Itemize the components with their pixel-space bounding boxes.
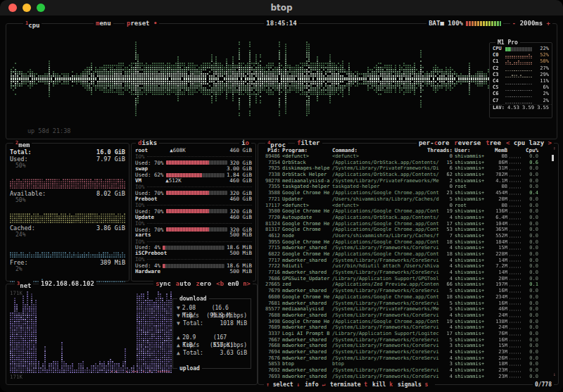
process-row[interactable]: 7689mdworker_shared/System/Library/Frame… [262, 324, 548, 331]
process-pid: 81317 [262, 227, 280, 233]
process-pid: 7686 [262, 276, 280, 282]
interval-plus-button[interactable]: + [547, 20, 550, 27]
process-row[interactable]: 7693mdworker_shared/System/Library/Frame… [262, 374, 548, 380]
process-row[interactable]: 6680Google Chrome He/Applications/Google… [262, 294, 548, 301]
zoom-button[interactable] [37, 4, 45, 12]
footer-info[interactable]: info ↵ [305, 381, 325, 388]
process-row[interactable]: 7355taskgated-helpertaskgated-helper0roo… [262, 184, 548, 190]
close-button[interactable] [8, 4, 17, 12]
net-toggle-zero[interactable]: zero [196, 280, 217, 287]
footer-kill[interactable]: kill k [372, 381, 393, 388]
proc-option-reverse[interactable]: reverse [454, 139, 486, 146]
disks-box-title[interactable]: disks [136, 139, 159, 147]
process-pid: 17117 [262, 203, 280, 209]
process-program: mdworker_shared [282, 367, 330, 374]
proc-filter-button[interactable]: filter [295, 139, 322, 147]
process-row[interactable]: 7338OrbStack Helper/Applications/OrbStac… [262, 172, 548, 178]
scroll-down-icon[interactable]: ↓ [553, 372, 556, 377]
process-row[interactable]: 7692mdworker_shared/System/Library/Frame… [262, 367, 548, 374]
process-user: shivammis+ [455, 221, 486, 227]
process-row[interactable]: 7688mdworker_shared/System/Library/Frame… [262, 312, 548, 319]
process-row[interactable]: 7722hdiutil/usr/bin/hdiutil attach /User… [262, 263, 548, 270]
process-row[interactable]: 3498Google Chrome He/Applications/Google… [262, 319, 548, 325]
process-mem: 14M [488, 270, 507, 276]
process-row[interactable]: 7721Updater/Users/shivammishra/Library/C… [262, 196, 548, 203]
process-row[interactable]: 7686GPGSuite_Updater/Library/Application… [262, 276, 548, 282]
process-row[interactable]: 81317Google Chrome/Applications/Google C… [262, 227, 548, 233]
proc-option-percore[interactable]: per-core [419, 139, 454, 146]
core-label: C1 [493, 58, 505, 65]
process-row[interactable]: 3955Google Chrome He/Applications/Google… [262, 239, 548, 246]
process-row[interactable]: 7679mdworker_shared/System/Library/Frame… [262, 288, 548, 294]
process-mem: 184M [488, 239, 507, 246]
footer-signals[interactable]: signals s [398, 381, 428, 388]
proc-sort-selector[interactable]: < cpu lazy > [506, 139, 552, 146]
process-row[interactable]: 27665zed/Applications/Zed Preview.app/Co… [262, 282, 548, 288]
process-cpu: 0.0 [524, 324, 538, 331]
process-row[interactable]: 7716mdworker_shared/System/Library/Frame… [262, 270, 548, 276]
disk-size: 460 GiB [229, 178, 252, 184]
header-user[interactable]: User: [455, 147, 471, 153]
process-row[interactable]: 7925diskimages-helpe/System/Library/Priv… [262, 165, 548, 172]
process-row[interactable]: 85577mediaanalysisd/System/Library/Priva… [262, 306, 548, 312]
process-row[interactable]: 7676mdworker_shared/System/Library/Frame… [262, 355, 548, 362]
header-command[interactable]: Command: [332, 147, 358, 153]
interval-minus-button[interactable]: - [512, 20, 516, 27]
net-toggle-auto[interactable]: auto [176, 280, 196, 287]
process-row[interactable]: 17117<defunct><defunct>0root0B0.0 [262, 203, 548, 209]
process-row[interactable]: 7694mdworker_shared/System/Library/Frame… [262, 349, 548, 355]
process-user: shivammis+ [455, 196, 486, 203]
process-row[interactable]: 7354OrbStack/Applications/OrbStack.app/C… [262, 160, 548, 166]
footer-select[interactable]: ↑ select ↓ [266, 381, 300, 388]
cpu-box-title[interactable]: 1cpu [23, 20, 42, 27]
process-row[interactable]: 5853btopbtop3shivammis+18M0.0 [262, 361, 548, 367]
header-mem[interactable]: MemB [474, 147, 507, 153]
proc-option-tree[interactable]: tree [486, 139, 506, 146]
process-row[interactable]: 4612node/Users/shivammishra/Library/Cach… [262, 233, 548, 239]
core-usage-graph [505, 91, 532, 97]
process-row[interactable]: 81324Google Chrome He/Applications/Googl… [262, 221, 548, 227]
process-row[interactable]: 3337Logi AI Prompt B/Library/Application… [262, 331, 548, 337]
process-row[interactable]: 3588Google Chrome He/Applications/Google… [262, 190, 548, 196]
label: uto [179, 280, 191, 287]
menu-button[interactable]: menu [94, 20, 113, 27]
disk-used-fill [163, 264, 165, 268]
scrollbar-thumb[interactable] [552, 155, 554, 161]
process-program: btop [282, 361, 330, 367]
process-row[interactable]: 98278mediaanalysisd-a/System/Library/Pri… [262, 178, 548, 184]
label: select [273, 381, 293, 388]
process-row[interactable]: 7681mdworker_shared/System/Library/Frame… [262, 301, 548, 307]
process-command: /System/Library/Frameworks/CoreServi [332, 349, 439, 355]
process-pid: 7692 [262, 367, 280, 374]
process-pid: 7338 [262, 172, 280, 178]
preset-button[interactable]: preset • [125, 20, 159, 27]
minimize-button[interactable] [23, 4, 31, 12]
process-row[interactable]: 89486<defunct><defunct>0shivammis+0B0.0 [262, 153, 548, 160]
cpu-cores-panel: M1 Pro CPU 22% C052%C150%C227%C329%C411%… [489, 42, 552, 118]
process-program: hdiutil [282, 263, 330, 270]
label: ree [490, 139, 501, 146]
process-row[interactable]: 7720Autoupdate/Applications/OrbStack.app… [262, 215, 548, 221]
mem-metric-row: Used:7.97 GiB [10, 156, 125, 163]
header-cpu[interactable]: Cpu% [505, 147, 538, 153]
process-row[interactable]: 7668mdworker_shared/System/Library/Frame… [262, 343, 548, 349]
label: ero [200, 280, 211, 287]
header-program[interactable]: Program: [282, 147, 308, 153]
net-box-title[interactable]: 3net [15, 280, 33, 288]
disk-name: iSCPreboot [135, 251, 167, 257]
header-threads[interactable]: Threads: [410, 147, 453, 153]
net-toggle-sync[interactable]: sync [156, 280, 176, 287]
process-row[interactable]: 7715mdworker_shared/System/Library/Frame… [262, 245, 548, 251]
net-interface-selector[interactable]: <b en0 n> [216, 280, 251, 287]
down-arrow-icon: ▼ [177, 304, 182, 312]
process-threads: 3 [441, 361, 453, 367]
footer-terminate[interactable]: terminate t [330, 381, 367, 388]
process-row[interactable]: 3580Google Chrome He/Applications/Google… [262, 208, 548, 215]
mem-box-title[interactable]: 2mem [13, 139, 32, 147]
process-row[interactable]: 7667mdworker_shared/System/Library/Frame… [262, 337, 548, 343]
disks-io-toggle[interactable]: io [239, 139, 251, 147]
process-user: shivammis+ [455, 306, 486, 312]
process-row[interactable]: 6822Google Chrome He/Applications/Google… [262, 251, 548, 258]
proc-box-title[interactable]: 4proc [265, 139, 288, 147]
process-row[interactable]: 7717mdworker_shared/System/Library/Frame… [262, 258, 548, 264]
